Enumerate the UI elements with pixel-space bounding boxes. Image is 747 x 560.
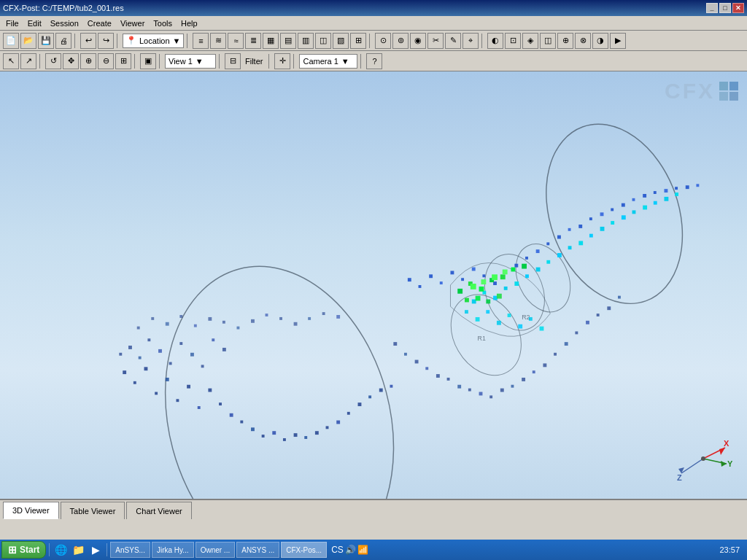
svg-rect-128 <box>654 201 657 205</box>
svg-rect-14 <box>176 399 179 402</box>
tb-icon24[interactable]: ▶ <box>610 33 626 49</box>
tb-icon13[interactable]: ◉ <box>410 33 426 49</box>
taskbar-owner-label: Owner ... <box>201 546 231 554</box>
tb-icon17[interactable]: ◐ <box>487 33 503 49</box>
taskbar-media-icon[interactable]: ▶ <box>88 542 104 558</box>
svg-rect-122 <box>589 234 593 238</box>
zoom-out-btn[interactable]: ⊖ <box>98 53 114 69</box>
tb-icon21[interactable]: ⊕ <box>557 33 573 49</box>
tab-3d-viewer[interactable]: 3D Viewer <box>3 502 59 519</box>
location-dropdown[interactable]: 📍 Location ▼ <box>123 34 184 48</box>
svg-rect-124 <box>611 221 614 225</box>
svg-rect-56 <box>279 317 282 320</box>
snap-btn[interactable]: ✛ <box>274 53 290 69</box>
svg-rect-24 <box>283 438 286 441</box>
sep8 <box>159 54 162 69</box>
taskbar-app-jirka[interactable]: Jirka Hy... <box>152 542 194 558</box>
svg-rect-100 <box>589 217 592 220</box>
tb-icon10[interactable]: ⊞ <box>350 33 366 49</box>
taskbar-app-ansys2[interactable]: ANSYS ... <box>236 542 279 558</box>
taskbar-folder-icon[interactable]: 📁 <box>70 542 86 558</box>
main-area: CFX <box>0 71 747 519</box>
view-dropdown[interactable]: View 1 ▼ <box>165 54 216 69</box>
close-button[interactable]: ✕ <box>732 3 744 13</box>
tb-icon15[interactable]: ✎ <box>445 33 461 49</box>
tb-icon11[interactable]: ⊙ <box>375 33 391 49</box>
tb-icon3[interactable]: ≈ <box>228 33 244 49</box>
menu-session[interactable]: Session <box>46 18 83 29</box>
tb-icon19[interactable]: ◈ <box>522 33 538 49</box>
svg-rect-149 <box>497 294 502 299</box>
menu-edit[interactable]: Edit <box>23 18 46 29</box>
tb-icon6[interactable]: ▤ <box>280 33 296 49</box>
tab-chart-viewer[interactable]: Chart Viewer <box>126 502 191 519</box>
tb-icon12[interactable]: ⊚ <box>392 33 409 49</box>
svg-rect-130 <box>675 192 678 196</box>
cursor-btn[interactable]: ↗ <box>20 53 36 69</box>
taskbar-app-cfx[interactable]: CFX-Pos... <box>281 542 327 558</box>
filter-label: Filter <box>245 57 263 66</box>
start-button[interactable]: ⊞ Start <box>1 541 46 559</box>
tab-table-viewer[interactable]: Table Viewer <box>61 502 125 519</box>
tb-icon14[interactable]: ✂ <box>427 33 444 49</box>
svg-rect-107 <box>664 189 667 192</box>
zoom-fit-btn[interactable]: ⊞ <box>115 53 131 69</box>
new-button[interactable]: 📄 <box>3 33 19 49</box>
print-button[interactable]: 🖨 <box>55 33 71 49</box>
zoom-in-btn[interactable]: ⊕ <box>80 53 96 69</box>
svg-rect-129 <box>664 197 668 201</box>
svg-rect-19 <box>230 413 233 417</box>
sep6 <box>39 54 42 69</box>
rotate-btn[interactable]: ↺ <box>45 53 61 69</box>
tb-icon4[interactable]: ≣ <box>245 33 261 49</box>
svg-rect-64 <box>425 367 428 370</box>
render-btn[interactable]: ▣ <box>140 53 156 69</box>
svg-rect-18 <box>219 402 222 405</box>
svg-rect-27 <box>315 431 319 435</box>
tb-icon8[interactable]: ◫ <box>315 33 331 49</box>
toolbar1: 📄 📂 💾 🖨 ↩ ↪ 📍 Location ▼ ≡ ≋ ≈ ≣ ▦ ▤ ▥ ◫… <box>0 31 747 51</box>
tb-icon5[interactable]: ▦ <box>263 33 279 49</box>
filter-btn-icon[interactable]: ⊟ <box>225 53 241 69</box>
help-context-btn[interactable]: ? <box>366 53 382 69</box>
open-button[interactable]: 📂 <box>20 33 36 49</box>
tb-icon23[interactable]: ◑ <box>592 33 608 49</box>
tb-icon9[interactable]: ▧ <box>333 33 349 49</box>
menu-tools[interactable]: Tools <box>149 18 177 29</box>
taskbar-cfx-label: CFX-Pos... <box>286 546 322 554</box>
start-label: Start <box>20 545 39 555</box>
tb-icon22[interactable]: ⊗ <box>575 33 591 49</box>
svg-rect-135 <box>508 314 511 317</box>
sep1 <box>74 34 77 48</box>
tb-icon18[interactable]: ⊡ <box>505 33 521 49</box>
undo-button[interactable]: ↩ <box>80 33 96 49</box>
svg-rect-38 <box>147 338 150 341</box>
camera-dropdown[interactable]: Camera 1 ▼ <box>299 54 357 69</box>
redo-button[interactable]: ↪ <box>98 33 114 49</box>
pan-btn[interactable]: ✥ <box>63 53 79 69</box>
tb-icon7[interactable]: ▥ <box>298 33 314 49</box>
maximize-button[interactable]: □ <box>719 3 731 13</box>
taskbar-app-ansys1[interactable]: AnSYS... <box>110 542 150 558</box>
svg-rect-31 <box>358 402 362 406</box>
menu-file[interactable]: File <box>1 18 23 29</box>
svg-rect-83 <box>408 278 411 281</box>
minimize-button[interactable]: _ <box>706 3 718 13</box>
save-button[interactable]: 💾 <box>38 33 54 49</box>
tb-icon1[interactable]: ≡ <box>193 33 209 49</box>
svg-rect-45 <box>222 348 226 351</box>
tb-icon2[interactable]: ≋ <box>210 33 226 49</box>
taskbar-ie-icon[interactable]: 🌐 <box>53 542 69 558</box>
menu-create[interactable]: Create <box>83 18 116 29</box>
svg-rect-35 <box>119 353 122 356</box>
tb-icon20[interactable]: ◫ <box>540 33 556 49</box>
3d-viewport[interactable]: CFX <box>0 71 747 499</box>
menu-viewer[interactable]: Viewer <box>116 18 149 29</box>
svg-marker-161 <box>721 461 727 467</box>
menu-help[interactable]: Help <box>177 18 202 29</box>
tb-icon16[interactable]: ⌖ <box>462 33 479 49</box>
select-btn[interactable]: ↖ <box>3 53 19 69</box>
svg-rect-98 <box>568 228 571 231</box>
taskbar-app-owner[interactable]: Owner ... <box>196 542 236 558</box>
svg-rect-17 <box>208 389 212 392</box>
